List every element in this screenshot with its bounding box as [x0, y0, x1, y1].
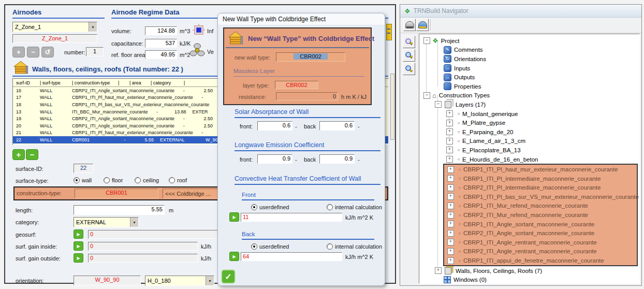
- expand-toggle-icon[interactable]: +: [447, 221, 454, 227]
- chevron-down-icon[interactable]: ▼: [206, 276, 214, 285]
- expand-toggle-icon[interactable]: +: [447, 212, 454, 219]
- collapse-toggle-icon[interactable]: −: [435, 101, 442, 108]
- geosurf-play-button[interactable]: ▶: [74, 229, 83, 239]
- expand-toggle-icon[interactable]: +: [446, 156, 453, 163]
- undo-button[interactable]: ↺: [41, 47, 54, 57]
- expand-toggle-icon[interactable]: +: [447, 257, 454, 264]
- expand-toggle-icon[interactable]: +: [446, 138, 453, 144]
- radio-ceiling[interactable]: ceiling: [135, 177, 159, 183]
- tree-item[interactable]: +○CBRP2_ITI_Mur_refend_maconnerie_couran…: [444, 210, 637, 220]
- resistance-field[interactable]: 0: [276, 92, 338, 100]
- zone-dropdown[interactable]: Z_Zone_1 ▼: [12, 22, 97, 32]
- airnode-tool-button[interactable]: [403, 19, 416, 31]
- volume-field[interactable]: 124.88: [145, 26, 177, 35]
- number-field[interactable]: 1: [86, 47, 104, 56]
- zoom-in-button[interactable]: [403, 49, 415, 62]
- geosurf-field[interactable]: 0: [88, 230, 218, 239]
- tree-item[interactable]: ✎Comments: [419, 46, 639, 55]
- floor-area-field[interactable]: 49.95: [145, 50, 177, 59]
- expand-toggle-icon[interactable]: +: [447, 203, 454, 209]
- radio-wall[interactable]: wall: [74, 177, 92, 183]
- new-wall-type-field[interactable]: CBR002: [276, 52, 345, 62]
- layer-type-field[interactable]: CBR002: [275, 81, 318, 89]
- radio-front-userdefined[interactable]: userdefined: [251, 204, 289, 210]
- tree-item[interactable]: −❖Project: [419, 36, 639, 46]
- orientation-dropdown[interactable]: H_0_180 ▼: [145, 276, 214, 286]
- chevron-down-icon[interactable]: ▼: [130, 218, 138, 227]
- construction-type-field[interactable]: CBR001: [75, 189, 158, 198]
- expand-toggle-icon[interactable]: +: [447, 175, 454, 182]
- solar-back-field[interactable]: 0.6: [319, 121, 355, 131]
- gain-inside-play-button[interactable]: ▶: [74, 241, 83, 251]
- back-coeff-field[interactable]: 64: [241, 252, 342, 261]
- tree-item[interactable]: +○M_Isolant_generique: [419, 109, 639, 119]
- radio-roof[interactable]: roof: [169, 177, 187, 183]
- category-dropdown[interactable]: EXTERNAL ▼: [74, 217, 139, 227]
- tree-item[interactable]: +○E_Placoplatre_BA_13: [419, 146, 639, 155]
- tree-item[interactable]: +○CBRP1_ITI_appui_de_fenetre_maconnerie_…: [444, 256, 637, 265]
- gain-outside-field[interactable]: 0: [88, 254, 198, 263]
- airnode-search-tool-button[interactable]: [416, 19, 429, 31]
- tree-item[interactable]: +○CBRP2_ITI_Pl_intermediaire_maconnerie_…: [444, 183, 637, 193]
- collapse-toggle-icon[interactable]: −: [423, 37, 430, 44]
- tree-item[interactable]: −Layers (17): [419, 100, 639, 109]
- length-field[interactable]: 5.55: [74, 205, 165, 215]
- expand-toggle-icon[interactable]: +: [446, 120, 453, 126]
- tree-item[interactable]: +○CBRP1_ITI_Angle_rentrant_maconnerie_co…: [444, 238, 637, 247]
- tree-item[interactable]: +○M_Platre_gypse: [419, 118, 639, 127]
- expand-toggle-icon[interactable]: +: [447, 230, 454, 237]
- tree-item[interactable]: +○CBRP1_ITI_Pl_haut_mur_exterieur_maconn…: [444, 165, 637, 174]
- add-airnode-button[interactable]: +: [12, 47, 25, 57]
- tree-item[interactable]: →Outputs: [419, 73, 639, 82]
- tree-item[interactable]: +○E_Parpaing_de_20: [419, 127, 639, 137]
- gain-outside-play-button[interactable]: ▶: [74, 253, 83, 263]
- tree-item[interactable]: Properties: [419, 82, 639, 91]
- navigator-titlebar[interactable]: ❖ TRNBuild Navigator: [400, 5, 641, 18]
- tree-item[interactable]: +○CBRP1_ITI_Angle_sortant_maconnerie_cou…: [444, 220, 637, 229]
- infiltration-icon[interactable]: [193, 24, 205, 36]
- tree-item[interactable]: −⌂Construction Types: [419, 91, 639, 100]
- front-coeff-field[interactable]: 11: [241, 213, 342, 222]
- tree-item[interactable]: +○CBRP1_ITI_Pl_bas_sur_VS_mur_exterieur_…: [444, 192, 637, 201]
- tree-item[interactable]: +○E_Hourdis_de_16_en_beton: [419, 155, 639, 164]
- gain-inside-field[interactable]: 0: [88, 242, 198, 251]
- ventilation-icon[interactable]: [189, 42, 205, 58]
- radio-back-internal[interactable]: internal calculation: [327, 243, 382, 250]
- remove-surface-button[interactable]: −: [26, 149, 38, 160]
- back-coeff-play-button[interactable]: ▶: [229, 252, 239, 261]
- add-surface-button[interactable]: +: [12, 149, 25, 160]
- ok-check-button[interactable]: ✓: [221, 269, 236, 284]
- expand-toggle-icon[interactable]: +: [447, 239, 454, 245]
- expand-toggle-icon[interactable]: +: [435, 267, 442, 274]
- orientation-field[interactable]: W_90_90: [74, 276, 141, 285]
- expand-toggle-icon[interactable]: +: [447, 248, 454, 255]
- tree-item[interactable]: +○CBRP1_ITI_Pl_intermediaire_maconnerie_…: [444, 174, 637, 183]
- front-coeff-play-button[interactable]: ▶: [229, 212, 239, 222]
- expand-toggle-icon[interactable]: +: [446, 128, 453, 135]
- zoom-edit-button[interactable]: [403, 36, 415, 48]
- tree-item[interactable]: +Walls, Floors, Ceilings, Roofs (7): [419, 266, 639, 276]
- navigator-tree-panel[interactable]: −❖Project✎Comments↻Orientations→Inputs→O…: [419, 34, 640, 284]
- tree-item[interactable]: Windows (0): [419, 275, 639, 284]
- collapse-toggle-icon[interactable]: −: [423, 92, 430, 99]
- expand-toggle-icon[interactable]: +: [446, 110, 453, 117]
- radio-floor[interactable]: floor: [104, 177, 123, 183]
- expand-toggle-icon[interactable]: +: [446, 147, 453, 153]
- tree-item[interactable]: +○CBRP2_ITI_Angle_sortant_maconnerie_cou…: [444, 228, 637, 238]
- tree-item[interactable]: +○CBRP2_ITI_Angle_rentrant_maconnerie_co…: [444, 247, 637, 256]
- remove-airnode-button[interactable]: −: [27, 47, 39, 57]
- dialog-titlebar[interactable]: New Wall Type with Coldbridge Effect: [218, 13, 385, 25]
- zoom-out-button[interactable]: [403, 63, 415, 75]
- expand-toggle-icon[interactable]: +: [447, 193, 454, 200]
- capacitance-field[interactable]: 537: [145, 39, 177, 48]
- radio-back-userdefined[interactable]: userdefined: [251, 243, 289, 250]
- expand-toggle-icon[interactable]: +: [447, 184, 454, 191]
- longwave-back-field[interactable]: 0.9: [319, 154, 355, 164]
- tree-item[interactable]: +○CBRP1_ITI_Mur_refend_maconnerie_couran…: [444, 201, 637, 211]
- longwave-front-field[interactable]: 0.9: [257, 154, 292, 164]
- tree-item[interactable]: +○E_Lame_d_air_1_3_cm: [419, 137, 639, 146]
- expand-toggle-icon[interactable]: +: [447, 166, 454, 173]
- chevron-down-icon[interactable]: ▼: [89, 22, 97, 32]
- radio-front-internal[interactable]: internal calculation: [327, 204, 382, 210]
- solar-front-field[interactable]: 0.6: [257, 121, 292, 131]
